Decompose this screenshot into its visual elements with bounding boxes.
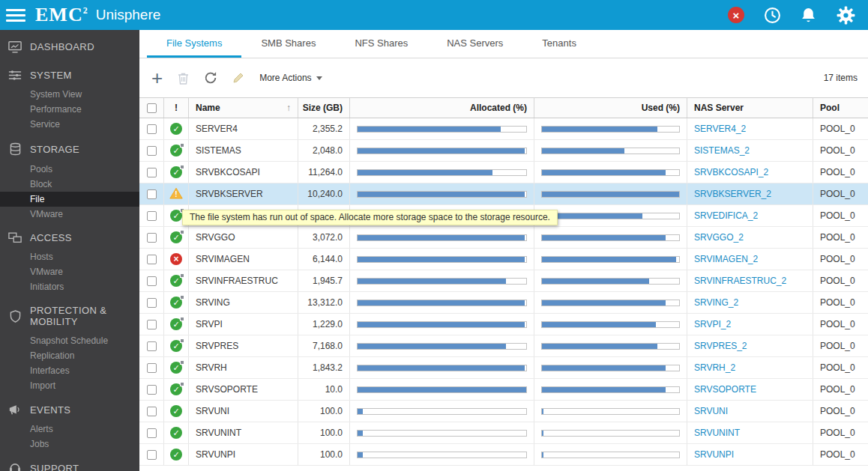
row-checkbox[interactable] — [147, 276, 157, 286]
sidebar-item-vmware[interactable]: VMware — [0, 264, 139, 279]
tab-tenants[interactable]: Tenants — [522, 30, 596, 58]
sidebar-item-block[interactable]: Block — [0, 177, 139, 192]
sidebar-section-label: PROTECTION & MOBILITY — [30, 305, 132, 327]
table-row[interactable]: ✓SERVER42,355.2SERVER4_2POOL_0 — [139, 118, 868, 140]
table-row[interactable]: ✓SRVUNI100.0SRVUNIPOOL_0 — [139, 401, 868, 422]
add-button[interactable]: + — [151, 70, 163, 86]
sidebar-item-alerts[interactable]: Alerts — [0, 422, 139, 437]
nas-server-link[interactable]: SRVING_2 — [694, 297, 738, 308]
used-bar — [541, 343, 680, 350]
nas-server-link[interactable]: SRVBKCOSAPI_2 — [694, 167, 768, 177]
header-size-cell[interactable]: Size (GB) — [298, 98, 350, 118]
nas-server-link[interactable]: SRVUNPI — [694, 449, 734, 460]
row-checkbox[interactable] — [147, 124, 157, 134]
sidebar-section-system[interactable]: SYSTEM — [0, 59, 139, 87]
nas-server-link[interactable]: SISTEMAS_2 — [694, 145, 750, 156]
nas-server-link[interactable]: SRVUNINT — [694, 428, 740, 438]
row-checkbox[interactable] — [147, 168, 157, 177]
sidebar-section-support[interactable]: SUPPORT — [0, 452, 139, 471]
sidebar-section-events[interactable]: EVENTS — [0, 393, 139, 422]
allocated-bar — [357, 408, 527, 415]
sidebar-item-service[interactable]: Service — [0, 117, 139, 132]
pool-name: POOL_0 — [820, 406, 855, 416]
header-pool-cell[interactable]: Pool — [813, 98, 868, 118]
nas-server-link[interactable]: SRVUNI — [694, 406, 728, 416]
row-checkbox[interactable] — [147, 255, 157, 264]
sidebar-item-pools[interactable]: Pools — [0, 162, 139, 177]
name-cell: SISTEMAS — [189, 140, 298, 161]
row-checkbox[interactable] — [147, 320, 157, 329]
tab-nas-servers[interactable]: NAS Servers — [427, 30, 522, 58]
tab-smb-shares[interactable]: SMB Shares — [241, 30, 335, 58]
sidebar-section-storage[interactable]: STORAGE — [0, 132, 139, 162]
sidebar-section-access[interactable]: ACCESS — [0, 222, 139, 249]
row-checkbox[interactable] — [147, 233, 157, 243]
jobs-clock-icon[interactable] — [764, 7, 781, 24]
nas-server-link[interactable]: SRVEDIFICA_2 — [694, 210, 758, 221]
row-checkbox[interactable] — [147, 146, 157, 156]
table-row[interactable]: ✓SRVUNINT100.0SRVUNINTPOOL_0 — [139, 422, 868, 444]
menu-icon[interactable] — [6, 6, 25, 25]
header-used-cell[interactable]: Used (%) — [534, 98, 687, 118]
header-nas-server-cell[interactable]: NAS Server — [687, 98, 813, 118]
tab-nfs-shares[interactable]: NFS Shares — [335, 30, 427, 58]
table-row[interactable]: ✓SRVRH1,843.2SRVRH_2POOL_0 — [139, 357, 868, 379]
sidebar-section-protection-mobility[interactable]: PROTECTION & MOBILITY — [0, 294, 139, 333]
nas-server-link[interactable]: SRVBKSERVER_2 — [694, 189, 771, 199]
sidebar-item-interfaces[interactable]: Interfaces — [0, 363, 139, 378]
sidebar-item-replication[interactable]: Replication — [0, 348, 139, 363]
table-row[interactable]: ✓SISTEMAS2,048.0SISTEMAS_2POOL_0 — [139, 140, 868, 162]
sidebar-item-import[interactable]: Import — [0, 378, 139, 393]
nas-server-link[interactable]: SRVGGO_2 — [694, 232, 744, 243]
sidebar-item-performance[interactable]: Performance — [0, 102, 139, 117]
row-checkbox[interactable] — [147, 450, 157, 460]
settings-gear-icon[interactable] — [836, 5, 856, 25]
nas-server-link[interactable]: SRVRH_2 — [694, 362, 735, 373]
table-row[interactable]: ×SRVIMAGEN6,144.0SRVIMAGEN_2POOL_0 — [139, 249, 868, 270]
row-checkbox[interactable] — [147, 428, 157, 438]
table-row[interactable]: ✓SRVPRES7,168.0SRVPRES_2POOL_0 — [139, 335, 868, 357]
table-row[interactable]: ✓SRVINFRAESTRUC1,945.7SRVINFRAESTRUC_2PO… — [139, 270, 868, 292]
nas-server-link[interactable]: SRVSOPORTE — [694, 384, 756, 395]
sidebar-item-snapshot-schedule[interactable]: Snapshot Schedule — [0, 333, 139, 348]
delete-button[interactable] — [178, 72, 189, 85]
tab-file-systems[interactable]: File Systems — [147, 30, 241, 58]
header-allocated-cell[interactable]: Allocated (%) — [350, 98, 534, 118]
sidebar-item-system-view[interactable]: System View — [0, 87, 139, 102]
edit-button[interactable] — [232, 72, 244, 84]
sidebar-section-dashboard[interactable]: DASHBOARD — [0, 30, 139, 59]
table-row[interactable]: ✓SRVING13,312.0SRVING_2POOL_0 — [139, 292, 868, 314]
nas-server-link[interactable]: SRVPI_2 — [694, 319, 731, 329]
table-row[interactable]: !SRVBKSERVER10,240.0SRVBKSERVER_2POOL_0 — [139, 183, 868, 205]
nas-server-link[interactable]: SRVINFRAESTRUC_2 — [694, 276, 786, 286]
row-checkbox[interactable] — [147, 211, 157, 221]
row-checkbox[interactable] — [147, 363, 157, 373]
nas-server-link[interactable]: SRVPRES_2 — [694, 341, 747, 351]
table-row[interactable]: ✓SRVBKCOSAPI11,264.0SRVBKCOSAPI_2POOL_0 — [139, 162, 868, 183]
sidebar-item-initiators[interactable]: Initiators — [0, 279, 139, 294]
table-row[interactable]: ✓SRVUNPI100.0SRVUNPIPOOL_0 — [139, 444, 868, 466]
file-system-size: 10,240.0 — [307, 189, 343, 199]
product-name: Unisphere — [96, 7, 161, 23]
sidebar-item-jobs[interactable]: Jobs — [0, 437, 139, 452]
notifications-bell-icon[interactable] — [801, 7, 816, 24]
pool-cell: POOL_0 — [813, 314, 868, 335]
select-all-checkbox[interactable] — [147, 103, 157, 113]
nas-server-link[interactable]: SRVIMAGEN_2 — [694, 254, 758, 264]
row-checkbox[interactable] — [147, 385, 157, 395]
table-row[interactable]: ✓SRVGGO3,072.0SRVGGO_2POOL_0 — [139, 227, 868, 249]
header-name-cell[interactable]: Name↑ — [189, 98, 298, 118]
more-actions-button[interactable]: More Actions — [259, 73, 322, 83]
table-row[interactable]: ✓SRVSOPORTE10.0SRVSOPORTEPOOL_0 — [139, 379, 868, 401]
table-row[interactable]: ✓SRVPI1,229.0SRVPI_2POOL_0 — [139, 314, 868, 335]
row-checkbox[interactable] — [147, 298, 157, 308]
refresh-button[interactable] — [204, 71, 217, 85]
row-checkbox[interactable] — [147, 189, 157, 199]
system-error-icon[interactable]: × — [728, 7, 744, 23]
row-checkbox[interactable] — [147, 341, 157, 351]
nas-server-link[interactable]: SERVER4_2 — [694, 124, 746, 134]
sidebar-item-vmware[interactable]: VMware — [0, 207, 139, 222]
sidebar-item-hosts[interactable]: Hosts — [0, 249, 139, 264]
row-checkbox[interactable] — [147, 407, 157, 416]
sidebar-item-file[interactable]: File — [0, 192, 139, 207]
